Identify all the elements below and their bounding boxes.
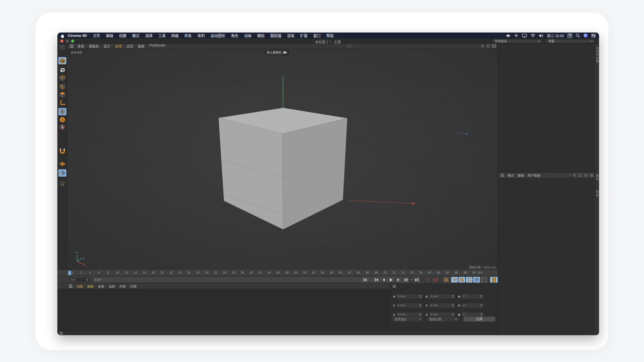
enable-axis-button[interactable] <box>58 99 66 107</box>
control-center-icon[interactable] <box>591 34 596 38</box>
material-menu-item[interactable]: 查看 <box>98 284 104 289</box>
make-editable-button[interactable] <box>58 44 66 51</box>
viewport-menu-item[interactable]: 查看 <box>77 44 84 49</box>
texture-mode-button[interactable] <box>58 66 66 73</box>
menubar-menu-item[interactable]: 体积 <box>198 33 205 38</box>
range-start-grip[interactable] <box>95 278 96 281</box>
snap-settings-button[interactable]: S <box>58 116 66 123</box>
input-method-icon[interactable]: 拼 <box>568 34 572 38</box>
value-spinner[interactable] <box>480 304 482 307</box>
record-position-toggle[interactable] <box>451 277 458 283</box>
keyframe-selection-button[interactable] <box>443 277 449 283</box>
timeline-window-button[interactable] <box>490 277 498 283</box>
menubar-menu-item[interactable]: 样条 <box>184 33 192 38</box>
menubar-menu-item[interactable]: 帮助 <box>326 33 334 38</box>
viewport-panel-menu-icon[interactable] <box>70 46 73 47</box>
size-field[interactable]: 0 mm <box>429 303 455 308</box>
interface-dropdown[interactable]: 界面 <box>546 39 595 43</box>
enable-snap-button[interactable]: S <box>58 108 66 115</box>
tab-structure[interactable]: 构造 <box>595 190 599 197</box>
menubar-menu-item[interactable]: 工具 <box>158 33 166 38</box>
next-frame-button[interactable] <box>395 277 402 283</box>
lock-panel-icon[interactable] <box>579 174 582 177</box>
menubar-app-name[interactable]: Cinema 4D <box>68 34 87 38</box>
workplane-button[interactable] <box>58 160 66 168</box>
panel-drag-handle[interactable]: ··· <box>347 45 353 48</box>
find-icon[interactable] <box>573 174 576 177</box>
move-arrows-icon[interactable] <box>514 34 518 38</box>
menubar-menu-item[interactable]: 文件 <box>93 33 100 38</box>
attribute-menu-item[interactable]: 编辑 <box>518 173 524 178</box>
goto-start-button[interactable] <box>362 277 368 283</box>
toggle-view-icon[interactable] <box>492 44 496 48</box>
pan-view-icon[interactable] <box>481 44 484 48</box>
layout-menu-icon[interactable] <box>60 333 63 334</box>
menubar-menu-item[interactable]: 扩展 <box>300 33 308 38</box>
viewport-menu-item[interactable]: 过滤 <box>126 44 133 49</box>
viewport-menu-item[interactable]: 显示 <box>104 44 110 49</box>
viewport-canvas[interactable]: Y Z X 透视视图 默认摄像机 网格间距 : 1000 mm <box>67 49 498 270</box>
history-forward-icon[interactable]: → <box>563 174 567 177</box>
autokey-button[interactable] <box>432 277 439 283</box>
material-panel-menu-icon[interactable] <box>69 286 72 287</box>
power-slider[interactable]: 0 F 90 F <box>93 277 391 282</box>
menubar-menu-item[interactable]: 运动图形 <box>211 33 225 38</box>
viewport-menu-item[interactable]: ProRender <box>149 44 165 49</box>
point-level-animation-toggle[interactable] <box>481 277 487 283</box>
coordinate-space-dropdown[interactable]: 世界坐标 <box>392 316 423 322</box>
frame-spinner[interactable] <box>87 279 89 281</box>
apple-menu-icon[interactable] <box>60 34 64 38</box>
menubar-menu-item[interactable]: 创建 <box>119 33 126 38</box>
previous-key-button[interactable] <box>373 277 380 283</box>
coordinate-panel-menu-icon[interactable] <box>393 286 396 287</box>
attribute-menu-item[interactable]: 用户数据 <box>528 173 540 178</box>
material-menu-item[interactable]: 材质 <box>119 284 126 289</box>
spotlight-search-icon[interactable] <box>576 34 580 38</box>
value-spinner[interactable] <box>452 295 454 298</box>
panel-drag-handle[interactable]: ··· <box>460 285 464 288</box>
material-menu-item[interactable]: 编辑 <box>87 284 94 289</box>
play-button[interactable] <box>388 277 394 283</box>
next-key-button[interactable] <box>402 277 409 283</box>
attribute-panel-menu-icon[interactable] <box>501 175 504 176</box>
quantize-magnet-button[interactable] <box>58 147 66 155</box>
material-manager-area[interactable] <box>57 289 390 330</box>
value-spinner[interactable] <box>452 304 454 307</box>
value-spinner[interactable] <box>419 304 421 307</box>
new-panel-icon[interactable] <box>590 174 593 177</box>
value-spinner[interactable] <box>480 313 482 316</box>
record-scale-toggle[interactable] <box>459 277 465 283</box>
track-focus-icon[interactable] <box>584 174 588 177</box>
menubar-menu-item[interactable]: 角色 <box>231 33 238 38</box>
material-menu-item[interactable]: 选择 <box>109 284 115 289</box>
zoom-button[interactable] <box>71 40 74 43</box>
material-menu-item[interactable]: 创建 <box>76 284 83 289</box>
rotate-view-icon[interactable] <box>486 44 490 48</box>
previous-frame-button[interactable] <box>380 277 387 283</box>
lock-workplane-button[interactable] <box>58 169 66 177</box>
node-space-dropdown[interactable]: 节点空间 <box>492 39 542 43</box>
record-keyframe-button[interactable] <box>424 277 431 283</box>
timeline-ruler[interactable]: 0246810121416182022242628303234363840424… <box>57 270 498 276</box>
menubar-menu-item[interactable]: 模拟 <box>257 33 265 38</box>
menubar-menu-item[interactable]: 模式 <box>132 33 140 38</box>
value-spinner[interactable] <box>452 313 454 316</box>
viewport-menu-item[interactable]: 选项 <box>115 44 122 49</box>
camera-label-pill[interactable]: 默认摄像机 <box>264 50 289 55</box>
scale-mode-dropdown[interactable]: 相对比例 <box>427 316 459 322</box>
tab-attributes[interactable]: 属性 <box>595 174 599 181</box>
rotation-field[interactable]: 0 ° <box>461 303 484 308</box>
frame-spinner[interactable] <box>411 279 413 281</box>
record-rotation-toggle[interactable] <box>466 277 473 283</box>
menubar-menu-item[interactable]: 选择 <box>145 33 153 38</box>
close-button[interactable] <box>60 40 63 43</box>
menubar-menu-item[interactable]: 网格 <box>171 33 179 38</box>
panel-drag-handle[interactable]: ··· <box>399 285 402 288</box>
attribute-menu-item[interactable]: 模式 <box>507 173 514 178</box>
minimize-button[interactable] <box>66 40 69 43</box>
menubar-menu-item[interactable]: 窗口 <box>313 33 321 38</box>
value-spinner[interactable] <box>480 295 482 298</box>
screen-mirroring-icon[interactable] <box>522 34 527 38</box>
value-spinner[interactable] <box>419 313 421 316</box>
points-mode-button[interactable] <box>58 74 66 82</box>
